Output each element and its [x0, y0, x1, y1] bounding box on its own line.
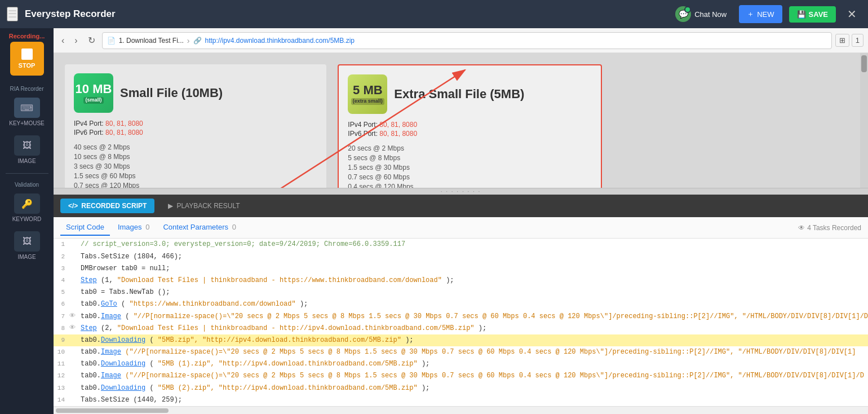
play-icon: ▶ — [168, 202, 173, 210]
stat-row: 1.5 secs @ 30 Mbps — [348, 164, 591, 171]
tab-images[interactable]: Images 0 — [112, 219, 156, 236]
sidebar-item-image1[interactable]: 🖼 IMAGE — [0, 131, 54, 169]
goto-link[interactable]: GoTo — [101, 300, 117, 308]
ipv6-ports-10: 80, 81, 8080 — [105, 129, 143, 136]
image-link-12[interactable]: Image — [101, 372, 121, 380]
keyword-icon: 🔑 — [14, 193, 40, 214]
scrollbar-thumb — [56, 408, 169, 413]
page-scrollbar[interactable] — [860, 53, 868, 188]
recorded-script-button[interactable]: </> RECORDED SCRIPT — [60, 199, 154, 213]
code-area[interactable]: 1 // script_version=3.0; everystep_versi… — [54, 239, 868, 406]
code-line-7: 7 👁 tab0.Image ( "//P[normalize-space()=… — [54, 311, 868, 323]
stat-row: 0.7 secs @ 60 Mbps — [348, 173, 591, 181]
badge-5mb-label: (extra small) — [351, 98, 384, 105]
ipv4-port-row-5: IPv4 Port: 80, 81, 8080 — [348, 121, 591, 129]
new-button[interactable]: ＋ NEW — [739, 5, 782, 23]
code-line-10: 10 tab0.Image ("//P[normalize-space()=\"… — [54, 346, 868, 358]
tasks-recorded: 👁 4 Tasks Recorded — [798, 224, 861, 232]
keymouse-icon: ⌨ — [14, 98, 40, 118]
reload-button[interactable]: ↻ — [85, 33, 99, 48]
ipv6-port-row-10: IPv6 Port: 80, 81, 8080 — [74, 129, 317, 136]
back-button[interactable]: ‹ — [58, 33, 68, 48]
code-line-14: 14 Tabs.SetSize (1440, 259); — [54, 394, 868, 406]
tab-script-code[interactable]: Script Code — [60, 219, 110, 236]
app-title: Everystep Recorder — [25, 8, 663, 20]
main-layout: Recording... STOP RIA Recorder ⌨ KEY+MOU… — [0, 28, 868, 414]
browser-bar-actions: ⊞ 1 — [835, 34, 863, 47]
downloading-link-11[interactable]: Downloading — [101, 360, 145, 368]
chat-icon: 💬 — [675, 6, 691, 22]
save-button[interactable]: 💾 SAVE — [789, 6, 836, 23]
link-icon: 🔗 — [193, 37, 202, 45]
downloading-link-13[interactable]: Downloading — [101, 384, 145, 392]
image-link-7[interactable]: Image — [101, 312, 121, 320]
url-separator: › — [187, 36, 190, 45]
code-line-13: 13 tab0.Downloading ( "5MB (2).zip", "ht… — [54, 382, 868, 394]
card-10mb-header: 10 MB (small) Small File (10MB) — [74, 73, 317, 113]
scrollbar-thumb — [861, 55, 867, 72]
download-cards: 10 MB (small) Small File (10MB) IPv4 Por… — [54, 53, 868, 188]
badge-10mb-label: (small) — [83, 97, 103, 104]
script-tabs: Script Code Images 0 Context Parameters … — [54, 217, 868, 239]
ipv4-port-row-10: IPv4 Port: 80, 81, 8080 — [74, 120, 317, 127]
eye-icon: 👁 — [798, 224, 805, 232]
recording-label: Recording... — [7, 28, 47, 42]
stat-row: 0.4 secs @ 120 Mbps — [348, 183, 591, 188]
badge-5mb: 5 MB (extra small) — [348, 74, 387, 114]
chat-label: Chat Now — [694, 10, 727, 19]
sidebar-divider — [6, 173, 48, 174]
sidebar-item-image2[interactable]: 🖼 IMAGE — [0, 227, 54, 265]
card-5mb: 5 MB (extra small) Extra Small File (5MB… — [338, 64, 601, 188]
downloading-link-9[interactable]: Downloading — [101, 336, 145, 344]
forward-button[interactable]: › — [71, 33, 81, 48]
image-icon-2: 🖼 — [14, 231, 40, 252]
card-10mb: 10 MB (small) Small File (10MB) IPv4 Por… — [65, 64, 326, 188]
ipv6-ports-5: 80, 81, 8080 — [379, 130, 417, 138]
step-link-4[interactable]: Step — [81, 276, 97, 284]
code-line-11: 11 tab0.Downloading ( "5MB (1).zip", "ht… — [54, 358, 868, 370]
sidebar-item-keymouse[interactable]: ⌨ KEY+MOUSE — [0, 93, 54, 131]
url-bar[interactable]: 📄 1. Download Test Fi... › 🔗 http://ipv4… — [102, 32, 832, 49]
stat-row: 20 secs @ 2 Mbps — [348, 144, 591, 152]
page-icon: 📄 — [107, 37, 116, 45]
url-text: http://ipv4.download.thinkbroadband.com/… — [205, 37, 355, 45]
card-5mb-header: 5 MB (extra small) Extra Small File (5MB… — [348, 74, 591, 114]
tab-count-button[interactable]: 1 — [852, 34, 863, 47]
code-line-2: 2 Tabs.SetSize (1804, 466); — [54, 251, 868, 263]
stat-row: 0.7 secs @ 120 Mbps — [74, 182, 317, 188]
script-header: </> RECORDED SCRIPT ▶ PLAYBACK RESULT — [54, 195, 868, 217]
stop-icon — [21, 49, 33, 60]
step-link-8[interactable]: Step — [81, 324, 97, 332]
ipv4-ports-5: 80, 81, 8080 — [379, 121, 417, 129]
hamburger-button[interactable]: ☰ — [7, 7, 18, 21]
content-area: ‹ › ↻ 📄 1. Download Test Fi... › 🔗 http:… — [54, 28, 868, 414]
divider-icon: · · · · · · · · — [441, 188, 481, 195]
image-link-10[interactable]: Image — [101, 348, 121, 356]
page-label: 1. Download Test Fi... — [119, 37, 184, 45]
save-icon: 💾 — [797, 10, 806, 19]
divider-handle[interactable]: · · · · · · · · — [54, 188, 868, 195]
playback-button[interactable]: ▶ PLAYBACK RESULT — [160, 199, 247, 213]
stat-row: 5 secs @ 8 Mbps — [348, 154, 591, 162]
sidebar: Recording... STOP RIA Recorder ⌨ KEY+MOU… — [0, 28, 54, 414]
close-button[interactable]: ✕ — [843, 5, 861, 23]
card-5mb-title: Extra Small File (5MB) — [394, 87, 524, 102]
sidebar-item-keyword[interactable]: 🔑 KEYWORD — [0, 189, 54, 227]
code-scrollbar[interactable] — [54, 406, 868, 414]
stat-row: 40 secs @ 2 Mbps — [74, 143, 317, 151]
validation-label: Validation — [12, 178, 41, 189]
chat-button[interactable]: 💬 Chat Now — [670, 3, 732, 25]
page-scroll[interactable]: 10 MB (small) Small File (10MB) IPv4 Por… — [54, 53, 868, 188]
browser-page: 10 MB (small) Small File (10MB) IPv4 Por… — [54, 53, 868, 188]
card-5mb-stats: 20 secs @ 2 Mbps 5 secs @ 8 Mbps 1.5 sec… — [348, 144, 591, 188]
code-line-1: 1 // script_version=3.0; everystep_versi… — [54, 239, 868, 250]
new-tab-button[interactable]: ⊞ — [835, 34, 849, 47]
empty-column — [613, 64, 857, 188]
tab-context-params[interactable]: Context Parameters 0 — [157, 219, 241, 236]
card-10mb-stats: 40 secs @ 2 Mbps 10 secs @ 8 Mbps 3 secs… — [74, 143, 317, 188]
code-line-4: 4 Step (1, "Download Test Files | thinkb… — [54, 275, 868, 287]
code-line-3: 3 DMBrowser tab0 = null; — [54, 263, 868, 275]
ipv4-ports-10: 80, 81, 8080 — [105, 120, 143, 127]
stop-button[interactable]: STOP — [10, 42, 44, 76]
stat-row: 10 secs @ 8 Mbps — [74, 153, 317, 161]
